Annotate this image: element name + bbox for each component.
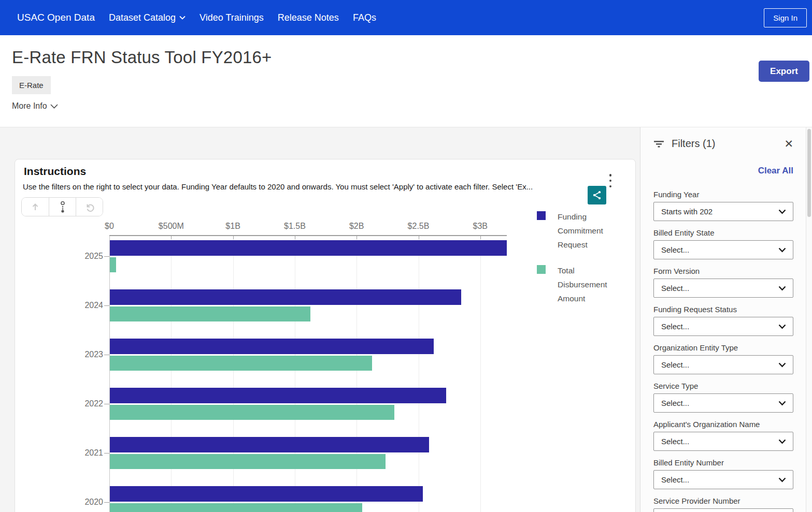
nav-item-label: Dataset Catalog bbox=[109, 12, 176, 23]
bar-total-disbursement-2023[interactable] bbox=[110, 356, 372, 371]
y-axis-label: 2022 bbox=[72, 399, 103, 408]
filter-select[interactable]: Select... bbox=[653, 432, 793, 451]
y-axis-tick bbox=[104, 305, 109, 306]
filter-select[interactable]: Select... bbox=[653, 355, 793, 374]
page-header: E-Rate FRN Status Tool FY2016+ E-Rate Mo… bbox=[0, 35, 812, 127]
chevron-down-icon bbox=[778, 209, 786, 214]
x-axis-tick bbox=[171, 236, 172, 239]
y-axis-label: 2025 bbox=[72, 252, 103, 261]
filter-label: Funding Request Status bbox=[653, 305, 793, 314]
nav-item-faqs[interactable]: FAQs bbox=[353, 12, 376, 23]
bar-total-disbursement-2020[interactable] bbox=[110, 503, 362, 512]
gridline bbox=[419, 236, 419, 512]
filter-group: Applicant's Organization Name Select... bbox=[653, 420, 793, 451]
filter-select[interactable]: Starts with 202 bbox=[653, 202, 793, 221]
chevron-down-icon bbox=[778, 324, 786, 329]
gridline bbox=[233, 236, 234, 512]
page-title: E-Rate FRN Status Tool FY2016+ bbox=[12, 48, 812, 67]
y-axis-label: 2020 bbox=[72, 498, 103, 507]
filter-select[interactable]: Select... bbox=[653, 393, 793, 413]
filters-panel: Filters (1) ✕ Clear All Funding Year Sta… bbox=[640, 127, 812, 512]
export-button[interactable]: Export bbox=[759, 61, 809, 82]
bar-funding-commitment-2020[interactable] bbox=[110, 486, 423, 502]
category-tag-erate[interactable]: E-Rate bbox=[12, 76, 51, 94]
y-axis-tick bbox=[104, 404, 109, 404]
filter-label: Organization Entity Type bbox=[653, 343, 793, 352]
filter-select[interactable]: Select... bbox=[653, 317, 793, 336]
gridline bbox=[480, 236, 481, 512]
filter-groups: Funding Year Starts with 202 Billed Enti… bbox=[653, 190, 793, 512]
bar-total-disbursement-2022[interactable] bbox=[110, 405, 394, 420]
x-axis-tick-label: $2.5B bbox=[408, 222, 430, 231]
more-info-toggle[interactable]: More Info bbox=[12, 101, 58, 111]
filter-select[interactable]: Select... bbox=[653, 279, 793, 298]
chart-plot: $0$500M$1B$1.5B$2B$2.5B$3B20252024202320… bbox=[15, 159, 635, 512]
filter-select-value: Select... bbox=[661, 475, 689, 484]
filter-label: Applicant's Organization Name bbox=[653, 420, 793, 429]
filters-header: Filters (1) ✕ bbox=[653, 138, 793, 150]
nav-item-release-notes[interactable]: Release Notes bbox=[278, 12, 339, 23]
gridline bbox=[171, 236, 172, 512]
x-axis-line bbox=[109, 235, 507, 236]
filter-group: Funding Year Starts with 202 bbox=[653, 190, 793, 221]
chevron-down-icon bbox=[778, 401, 786, 406]
filter-label: Service Provider Number bbox=[653, 496, 793, 505]
bar-funding-commitment-2022[interactable] bbox=[110, 388, 446, 403]
nav-brand-link[interactable]: USAC Open Data bbox=[17, 12, 95, 23]
close-filters-button[interactable]: ✕ bbox=[784, 138, 793, 149]
scrollbar-thumb[interactable] bbox=[807, 129, 811, 217]
filter-select[interactable]: Select... bbox=[653, 240, 793, 259]
gridline bbox=[357, 236, 357, 512]
nav-item-video-trainings[interactable]: Video Trainings bbox=[200, 12, 264, 23]
x-axis-tick bbox=[233, 236, 234, 239]
top-nav: USAC Open Data Dataset Catalog Video Tra… bbox=[0, 0, 812, 35]
sign-in-button[interactable]: Sign In bbox=[764, 8, 807, 27]
filter-group: Organization Entity Type Select... bbox=[653, 343, 793, 374]
chevron-down-icon bbox=[778, 439, 786, 444]
y-axis-tick bbox=[104, 355, 109, 355]
x-axis-tick-label: $1.5B bbox=[284, 222, 306, 231]
filter-label: Funding Year bbox=[653, 190, 793, 199]
x-axis-tick-label: $2B bbox=[349, 222, 364, 231]
filter-select[interactable]: Select... bbox=[653, 508, 793, 512]
y-axis-tick bbox=[104, 502, 109, 503]
y-axis-tick bbox=[104, 256, 109, 257]
x-axis-tick bbox=[295, 236, 295, 239]
filter-select-value: Select... bbox=[661, 399, 689, 407]
chevron-down-icon bbox=[778, 247, 786, 253]
filter-group: Billed Entity State Select... bbox=[653, 228, 793, 259]
bar-funding-commitment-2021[interactable] bbox=[110, 437, 429, 452]
more-info-label: More Info bbox=[12, 101, 47, 111]
y-axis-label: 2024 bbox=[72, 301, 103, 310]
nav-item-dataset-catalog[interactable]: Dataset Catalog bbox=[109, 12, 186, 23]
filter-group: Service Provider Number Select... bbox=[653, 496, 793, 512]
bar-total-disbursement-2021[interactable] bbox=[110, 454, 386, 469]
bar-total-disbursement-2024[interactable] bbox=[110, 306, 310, 321]
chevron-down-icon bbox=[50, 104, 58, 109]
filter-select-value: Select... bbox=[661, 437, 689, 446]
bar-funding-commitment-2024[interactable] bbox=[110, 289, 461, 305]
bar-total-disbursement-2025[interactable] bbox=[110, 257, 116, 272]
filters-title: Filters (1) bbox=[672, 138, 715, 150]
x-axis-tick-label: $3B bbox=[473, 222, 488, 231]
y-axis-tick bbox=[104, 453, 109, 454]
chevron-down-icon bbox=[778, 286, 786, 291]
bar-funding-commitment-2025[interactable] bbox=[110, 240, 507, 256]
filter-label: Form Version bbox=[653, 267, 793, 275]
bar-funding-commitment-2023[interactable] bbox=[110, 339, 434, 354]
filter-select[interactable]: Select... bbox=[653, 470, 793, 489]
y-axis-line bbox=[109, 236, 110, 512]
filters-scrollbar[interactable] bbox=[806, 127, 812, 512]
filter-select-value: Select... bbox=[661, 322, 689, 331]
filter-group: Form Version Select... bbox=[653, 267, 793, 298]
x-axis-tick-label: $0 bbox=[105, 222, 114, 231]
filter-label: Billed Entity Number bbox=[653, 458, 793, 467]
filter-select-value: Select... bbox=[661, 245, 689, 254]
x-axis-tick bbox=[357, 236, 357, 239]
filter-select-value: Starts with 202 bbox=[661, 207, 713, 216]
clear-all-button[interactable]: Clear All bbox=[758, 166, 793, 175]
content-area: Instructions Use the filters on the righ… bbox=[0, 127, 812, 512]
y-axis-label: 2021 bbox=[72, 448, 103, 458]
chevron-down-icon bbox=[179, 16, 186, 20]
filter-icon bbox=[653, 140, 664, 148]
